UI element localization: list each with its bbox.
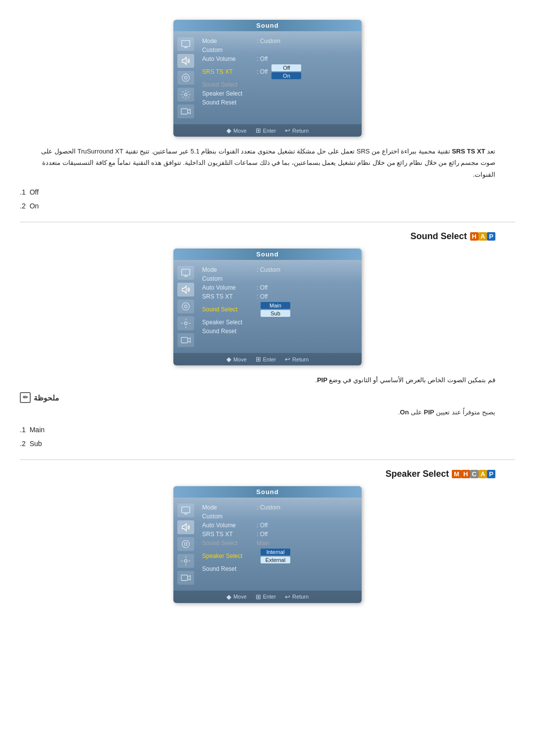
menu-row-autovolume-3: Auto Volume : Off	[202, 521, 358, 529]
menu-row-soundselect: Sound Select	[202, 81, 358, 89]
soundselect-list: Main 1. Sub 2.	[20, 423, 485, 451]
footer-enter-2: ⊞ Enter	[256, 355, 276, 363]
menu-label-autovolume-3: Auto Volume	[202, 522, 257, 529]
menu-value-autovolume-2: : Off	[257, 284, 268, 291]
note-title: ملحوظة	[34, 391, 59, 404]
page-wrapper: Sound	[0, 0, 535, 627]
svg-point-4	[182, 74, 190, 82]
icon-channels	[177, 71, 194, 85]
badge-c2: C	[470, 470, 479, 478]
soundselect-description: قم بتمكين الصوت الخاص بالعرض الأساسي أو …	[40, 374, 495, 386]
menu-row-srstsxt-3: SRS TS XT : Off	[202, 530, 358, 538]
panel-footer-soundselect: ◆ Move ⊞ Enter ↩ Return	[173, 353, 362, 365]
section-srs: Sound	[20, 20, 515, 213]
footer-return-label-2: Return	[292, 356, 309, 362]
return-icon: ↩	[285, 127, 290, 134]
menu-row-srstsxt-2: SRS TS XT : Off	[202, 293, 358, 301]
option-on[interactable]: On	[271, 72, 301, 79]
badge-mhcap: M H C A P	[452, 470, 495, 478]
menu-label-soundreset-3: Sound Reset	[202, 565, 257, 572]
icon-input-2	[177, 333, 194, 347]
icon-picture-2	[177, 266, 194, 280]
menu-label-speakerselect-2: Speaker Select	[202, 319, 257, 326]
svg-rect-8	[181, 109, 188, 114]
dropdown-soundselect: Main Sub	[261, 302, 290, 317]
move-icon-3: ◆	[226, 593, 231, 601]
icon-settings-3	[177, 554, 194, 568]
menu-row-custom-3: Custom	[202, 512, 358, 520]
menu-label-autovolume: Auto Volume	[202, 55, 257, 62]
svg-rect-24	[181, 575, 188, 580]
footer-return: ↩ Return	[285, 127, 309, 134]
panel-body-soundselect: Mode : Custom Custom Auto Volume : Off S…	[173, 260, 362, 353]
panel-icons-speakerselect	[173, 502, 198, 587]
icon-channels-3	[177, 537, 194, 551]
option-sub[interactable]: Sub	[261, 310, 290, 317]
svg-point-14	[184, 305, 187, 308]
panel-menu-srs: Mode : Custom Custom Auto Volume : Off S…	[198, 35, 362, 120]
icon-sound-3	[177, 520, 194, 534]
svg-marker-20	[182, 524, 186, 531]
panel-body-speakerselect: Mode : Custom Custom Auto Volume : Off S…	[173, 498, 362, 591]
option-internal[interactable]: Internal	[261, 549, 290, 555]
menu-value-mode-3: : Custom	[257, 504, 280, 511]
option-main[interactable]: Main	[261, 302, 290, 309]
menu-label-soundselect: Sound Select	[202, 81, 257, 88]
footer-enter-3: ⊞ Enter	[256, 593, 276, 601]
panel-container-srs: Sound	[20, 20, 515, 137]
svg-rect-9	[182, 269, 190, 275]
soundselect-title: Sound Select	[411, 231, 467, 242]
menu-row-soundreset: Sound Reset	[202, 99, 358, 106]
svg-point-21	[182, 541, 190, 548]
icon-sound	[177, 54, 194, 68]
icon-picture-3	[177, 504, 194, 517]
menu-label-srstsxt-3: SRS TS XT	[202, 531, 257, 538]
menu-row-soundselect-2: Sound Select Main Sub	[202, 302, 358, 317]
panel-container-speakerselect: Sound	[20, 486, 515, 603]
svg-point-15	[184, 322, 187, 325]
menu-row-autovolume: Auto Volume : Off	[202, 55, 358, 63]
speakerselect-header: Speaker Select M H C A P	[20, 469, 495, 479]
srs-item-2-text: On	[30, 199, 39, 213]
panel-menu-soundselect: Mode : Custom Custom Auto Volume : Off S…	[198, 264, 362, 349]
footer-enter-label-2: Enter	[263, 356, 276, 362]
badge-a2: A	[479, 470, 487, 478]
menu-value-srstsxt-3: : Off	[257, 531, 268, 538]
menu-label-soundselect-2: Sound Select	[202, 306, 257, 313]
footer-return-2: ↩ Return	[285, 355, 309, 363]
svg-rect-0	[182, 41, 190, 47]
menu-row-soundselect-3: Sound Select Main	[202, 539, 358, 547]
menu-label-custom: Custom	[202, 47, 257, 53]
panel-title-srs: Sound	[173, 20, 362, 31]
panel-icons-srs	[173, 35, 198, 120]
dropdown-srstsxt: Off On	[271, 64, 301, 79]
menu-row-autovolume-2: Auto Volume : Off	[202, 284, 358, 292]
footer-enter-label: Enter	[263, 128, 276, 134]
svg-point-23	[184, 559, 187, 562]
panel-title-speakerselect: Sound	[173, 486, 362, 498]
svg-rect-17	[182, 507, 190, 513]
srs-item-1-text: Off	[30, 185, 39, 199]
svg-rect-16	[181, 338, 188, 343]
menu-row-soundreset-2: Sound Reset	[202, 327, 358, 335]
svg-point-22	[184, 543, 187, 546]
srs-item-2: On 2.	[20, 199, 485, 213]
badge-a: A	[479, 232, 487, 241]
divider-2	[20, 459, 515, 460]
enter-icon-2: ⊞	[256, 355, 261, 363]
srs-item-1-num: 1.	[20, 185, 26, 199]
move-icon-2: ◆	[226, 355, 231, 363]
option-off[interactable]: Off	[271, 64, 301, 71]
divider-1	[20, 222, 515, 222]
badge-p2: P	[487, 470, 495, 478]
menu-label-mode-3: Mode	[202, 504, 257, 511]
option-external[interactable]: External	[261, 556, 290, 563]
menu-label-autovolume-2: Auto Volume	[202, 284, 257, 291]
srs-item-2-num: 2.	[20, 199, 26, 213]
dropdown-speakerselect: Internal External	[261, 549, 290, 563]
icon-sound-2	[177, 283, 194, 297]
menu-label-soundreset: Sound Reset	[202, 99, 257, 106]
soundselect-item-2: Sub 2.	[20, 437, 485, 451]
footer-return-label: Return	[292, 128, 309, 134]
menu-value-autovolume: : Off	[257, 55, 268, 62]
